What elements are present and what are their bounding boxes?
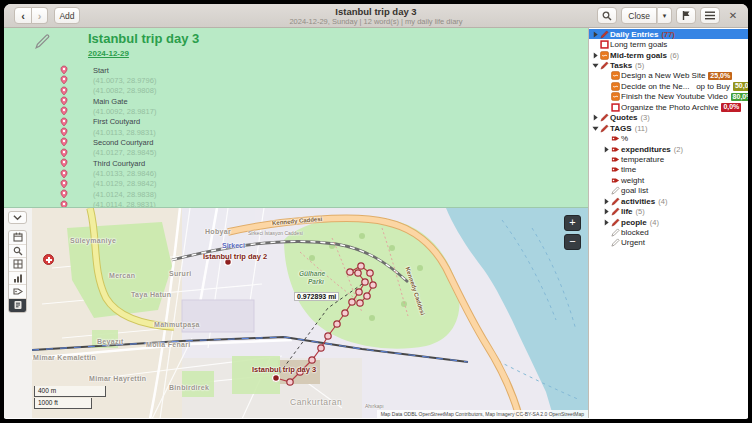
route-point-marker[interactable] [358,263,364,269]
entry-line[interactable]: (41.0073, 28.9796) [60,75,156,85]
route-point-marker[interactable] [370,282,376,288]
hamburger-icon [705,11,715,20]
search-button[interactable] [597,7,617,24]
back-button[interactable]: ‹ [14,7,32,24]
entry-line[interactable]: Main Gate [60,96,128,106]
entry-line[interactable]: (41.0124, 28.9838) [60,189,156,199]
gps-coordinate-text: (41.0113, 28.9831) [93,128,156,137]
map-scale-metric: 400 m [34,386,106,397]
expander-right-icon[interactable] [602,146,611,153]
tree-item-organize-the-photo-archive[interactable]: Organize the Photo Archive0,0% [589,102,748,112]
notes-panel-button[interactable] [9,299,26,313]
route-point-marker[interactable] [349,299,355,305]
tree-item-[interactable]: % [589,133,748,143]
trip-pin-marker[interactable] [225,259,232,266]
expander-down-icon[interactable] [591,125,600,132]
tree-item-label: Long term goals [610,40,667,49]
item-count: (2) [674,145,683,154]
grid-panel-button[interactable] [9,258,26,272]
map-zoom-in-button[interactable]: + [564,215,581,231]
tree-item-label: blocked [621,228,649,237]
close-dropdown-button[interactable]: ▾ [657,7,672,24]
route-point-marker[interactable] [297,369,303,375]
route-point-marker[interactable] [309,357,315,363]
progress-badge: 0,0% [721,103,741,112]
route-point-marker[interactable] [334,321,340,327]
tree-item-expenditures[interactable]: expenditures(2) [589,144,748,154]
entry-date-link[interactable]: 2024-12-29 [88,49,129,58]
calendar-panel-button[interactable] [9,231,26,245]
search-panel-button[interactable] [9,245,26,259]
expander-right-icon[interactable] [602,208,611,215]
tree-item-people[interactable]: people(4) [589,217,748,227]
tree-item-mid-term-goals[interactable]: Mid-term goals(6) [589,50,748,60]
entry-line[interactable]: (41.0127, 28.9845) [60,148,156,158]
forward-button[interactable]: › [32,7,48,24]
route-point-marker[interactable] [342,310,348,316]
trip-pin-marker[interactable] [273,375,280,382]
tree-item-weight[interactable]: weight [589,175,748,185]
entry-line[interactable]: (41.0129, 28.9842) [60,179,156,189]
tree-item-daily-entries[interactable]: Daily Entries(77) [589,29,748,39]
search-icon [13,246,23,256]
progress-orange-icon [611,71,621,80]
route-point-marker[interactable] [287,379,293,385]
tree-item-blocked[interactable]: blocked [589,227,748,237]
tree-item-finish-the-new-youtube-video[interactable]: Finish the New Youtube Video80,0% [589,92,748,102]
tree-item-goal-list[interactable]: goal list [589,186,748,196]
route-point-marker[interactable] [357,300,363,306]
tags-panel-button[interactable] [9,285,26,299]
tags-icon [13,286,23,296]
tree-item-long-term-goals[interactable]: Long term goals [589,39,748,49]
chart-panel-button[interactable] [9,272,26,286]
entry-line[interactable]: Second Courtyard [60,137,153,147]
entry-line[interactable]: (41.0113, 28.9831) [60,127,156,137]
tree-item-quotes[interactable]: Quotes(3) [589,113,748,123]
waypoint-name-text: First Coutyard [93,117,140,126]
map-zoom-out-button[interactable]: − [564,234,581,250]
route-point-marker[interactable] [362,279,368,285]
route-point-marker[interactable] [355,270,361,276]
close-entry-button[interactable]: Close [621,7,657,24]
pencil-red-icon [600,113,610,122]
tree-item-temperature[interactable]: temperature [589,154,748,164]
expander-right-icon[interactable] [602,219,611,226]
route-point-marker[interactable] [347,269,353,275]
entry-line[interactable]: First Coutyard [60,117,140,127]
entry-line[interactable]: (41.0092, 28.9817) [60,106,156,116]
route-point-marker[interactable] [356,289,362,295]
tree-item-time[interactable]: time [589,165,748,175]
tree-item-urgent[interactable]: Urgent [589,238,748,248]
entry-line[interactable]: (41.0133, 28.9846) [60,169,156,179]
map-pin-icon [60,196,68,208]
hospital-marker-icon[interactable] [43,254,54,265]
tree-item-label: weight [621,176,644,185]
menu-button[interactable] [700,7,720,24]
route-point-marker[interactable] [318,345,324,351]
add-button[interactable]: Add [54,7,80,24]
collapse-panel-button[interactable] [8,211,27,224]
entry-line[interactable]: (41.0114, 28.9831) [60,200,156,208]
journal-editor[interactable]: Istanbul trip day 3 2024-12-29 Start(41.… [4,28,588,208]
tree-item-label: time [621,165,636,174]
entry-line[interactable]: (41.0082, 28.9808) [60,86,156,96]
back-arrow-icon: ‹ [21,10,25,22]
tree-item-activities[interactable]: activities(4) [589,196,748,206]
expander-right-icon[interactable] [591,31,600,38]
expander-right-icon[interactable] [602,198,611,205]
tree-item-life[interactable]: life(5) [589,206,748,216]
route-point-marker[interactable] [367,270,373,276]
tree-item-decide-on-the-ne-op-to-buy[interactable]: Decide on the Ne... op to Buy50,0% [589,81,748,91]
flag-button[interactable] [676,7,696,24]
expander-down-icon[interactable] [591,62,600,69]
tree-item-design-a-new-web-site[interactable]: Design a New Web Site25,0% [589,71,748,81]
window-close-button[interactable]: ✕ [726,9,740,23]
route-point-marker[interactable] [325,333,331,339]
tree-item-tasks[interactable]: Tasks(5) [589,60,748,70]
route-point-marker[interactable] [364,293,370,299]
tree-item-tags[interactable]: TAGS(11) [589,123,748,133]
expander-right-icon[interactable] [591,52,600,59]
expander-right-icon[interactable] [591,114,600,121]
entry-line[interactable]: Third Courtyard [60,158,145,168]
map-canvas[interactable]: SüleymaniyeHobyarKennedy CaddesiSirkeci … [32,208,588,418]
